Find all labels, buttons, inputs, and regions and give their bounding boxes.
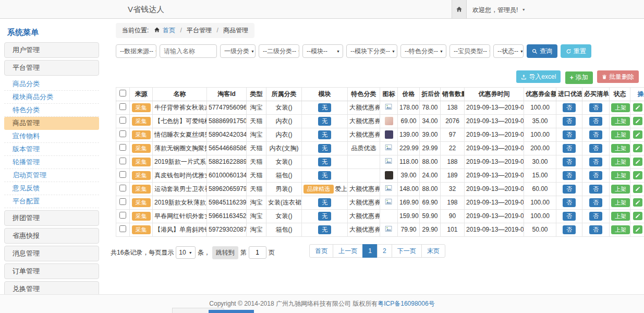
user-menu[interactable]: 欢迎您，管理员! ▼ — [472, 6, 526, 15]
status-badge[interactable]: 上架 — [611, 117, 630, 126]
icp-link[interactable]: 粤ICP备16098006号 — [378, 299, 434, 308]
must-buy-toggle[interactable]: 否 — [589, 212, 602, 221]
row-checkbox[interactable] — [119, 117, 126, 124]
edit-button[interactable] — [633, 185, 642, 193]
sidebar-item-link[interactable]: 宣传物料 — [4, 130, 99, 143]
status-badge[interactable]: 上架 — [611, 103, 630, 112]
row-checkbox[interactable] — [119, 144, 126, 151]
must-buy-toggle[interactable]: 否 — [589, 198, 602, 207]
status-badge[interactable]: 上架 — [611, 130, 630, 139]
page-button[interactable]: 2 — [377, 244, 392, 258]
import-select-toggle[interactable]: 否 — [563, 144, 576, 153]
sidebar-section[interactable]: 消息管理 — [4, 246, 99, 261]
edit-button[interactable] — [633, 158, 642, 166]
search-button[interactable]: 查询 — [527, 44, 557, 58]
sidebar-item-link[interactable]: 意见反馈 — [4, 182, 99, 195]
status-select[interactable]: --状态-- ▼ — [493, 44, 524, 58]
import-select-toggle[interactable]: 否 — [563, 117, 576, 126]
import-select-toggle[interactable]: 否 — [563, 171, 576, 180]
import-select-toggle[interactable]: 否 — [563, 225, 576, 234]
row-checkbox[interactable] — [119, 103, 126, 110]
sidebar-section[interactable]: 用户管理 — [4, 42, 99, 58]
jump-page-input[interactable] — [249, 246, 266, 259]
status-badge[interactable]: 上架 — [611, 198, 630, 207]
feature-category-select[interactable]: --特色分类-- ▼ — [400, 44, 446, 58]
top-header: V省钱达人 欢迎您，管理员! ▼ — [0, 0, 644, 19]
must-buy-toggle[interactable]: 否 — [589, 130, 602, 139]
edit-button[interactable] — [633, 144, 642, 152]
import-select-toggle[interactable]: 否 — [563, 198, 576, 207]
import-select-toggle[interactable]: 否 — [563, 185, 576, 194]
level2-category-select[interactable]: --二级分类-- ▼ — [259, 44, 299, 58]
name-input[interactable] — [160, 44, 217, 58]
select-all-checkbox[interactable] — [119, 90, 126, 97]
page-button[interactable]: 末页 — [421, 244, 445, 258]
page-button[interactable]: 上一页 — [333, 244, 363, 258]
sidebar-item-link[interactable]: 版本管理 — [4, 143, 99, 156]
data-source-select[interactable]: --数据来源-- ▼ — [116, 44, 156, 58]
sidebar-item-link[interactable]: 轮播管理 — [4, 156, 99, 169]
edit-button[interactable] — [633, 103, 642, 112]
row-checkbox[interactable] — [119, 185, 126, 191]
status-badge[interactable]: 上架 — [611, 212, 630, 221]
import-select-toggle[interactable]: 否 — [563, 103, 576, 112]
column-header: 折后价 — [420, 87, 441, 101]
sidebar-item-link[interactable]: 模块商品分类 — [4, 91, 99, 104]
sidebar-section[interactable]: 拼团管理 — [4, 210, 99, 226]
sidebar-section-label: 消息管理 — [13, 249, 40, 257]
reset-button[interactable]: 重置 — [561, 44, 591, 58]
import-select-toggle[interactable]: 否 — [563, 158, 576, 166]
add-button[interactable]: + 添加 — [565, 71, 593, 84]
edit-button[interactable] — [633, 225, 642, 234]
status-badge[interactable]: 上架 — [611, 185, 630, 194]
must-buy-toggle[interactable]: 否 — [589, 225, 602, 234]
row-checkbox[interactable] — [119, 171, 126, 178]
status-badge[interactable]: 上架 — [611, 225, 630, 234]
must-buy-toggle[interactable]: 否 — [589, 103, 602, 112]
sidebar-section-platform[interactable]: 平台管理 — [4, 60, 99, 76]
page-button[interactable]: 首页 — [309, 244, 333, 258]
batch-delete-button[interactable]: 批量删除 — [597, 70, 639, 83]
sidebar-section[interactable]: 订单管理 — [4, 263, 99, 279]
sidebar-item-link[interactable]: 启动页管理 — [4, 169, 99, 182]
status-badge[interactable]: 上架 — [611, 158, 630, 166]
status-badge[interactable]: 上架 — [611, 144, 630, 153]
must-buy-toggle[interactable]: 否 — [589, 117, 602, 126]
discount-price: 88.00 — [420, 182, 441, 196]
edit-button[interactable] — [633, 171, 642, 179]
page-button[interactable]: 下一页 — [392, 244, 422, 258]
item-type-select[interactable]: --宝贝类型-- ▼ — [449, 44, 490, 58]
sidebar-item-link[interactable]: 平台配置 — [4, 195, 99, 208]
must-buy-toggle[interactable]: 否 — [589, 158, 602, 166]
edit-button[interactable] — [633, 198, 642, 207]
page-size-select[interactable]: 10 ▼ — [176, 246, 195, 259]
sidebar-item-link[interactable]: 特色分类 — [4, 104, 99, 117]
status-badge[interactable]: 上架 — [611, 171, 630, 180]
import-select-toggle[interactable]: 否 — [563, 130, 576, 139]
header-home-button[interactable] — [452, 0, 467, 18]
row-checkbox[interactable] — [119, 198, 126, 205]
must-buy-toggle[interactable]: 否 — [589, 171, 602, 180]
row-checkbox[interactable] — [119, 158, 126, 164]
edit-button[interactable] — [633, 117, 642, 125]
icon-cell — [380, 155, 398, 168]
import-select-toggle[interactable]: 否 — [563, 212, 576, 221]
level1-category-select[interactable]: 一级分类 ▼ — [220, 44, 256, 58]
sidebar-item-link[interactable]: 商品分类 — [4, 78, 99, 91]
breadcrumb-home-link[interactable]: 首页 — [163, 27, 175, 34]
import-excel-button[interactable]: 导入excel — [516, 70, 561, 83]
edit-button[interactable] — [633, 212, 642, 220]
product-type: 淘宝 — [247, 223, 266, 236]
row-checkbox[interactable] — [119, 225, 126, 232]
row-checkbox[interactable] — [119, 130, 126, 137]
must-buy-toggle[interactable]: 否 — [589, 185, 602, 194]
page-button-active[interactable]: 1 — [362, 244, 378, 258]
module-select[interactable]: --模块-- ▼ — [302, 44, 343, 58]
sidebar-section[interactable]: 省惠快报 — [4, 228, 99, 244]
module-sub-category-select[interactable]: --模块下分类-- ▼ — [346, 44, 397, 58]
jump-button[interactable]: 跳转到 — [212, 246, 238, 259]
must-buy-toggle[interactable]: 否 — [589, 144, 602, 153]
edit-button[interactable] — [633, 130, 642, 139]
row-checkbox[interactable] — [119, 212, 126, 219]
sidebar-item-active[interactable]: 商品管理 — [4, 117, 99, 130]
